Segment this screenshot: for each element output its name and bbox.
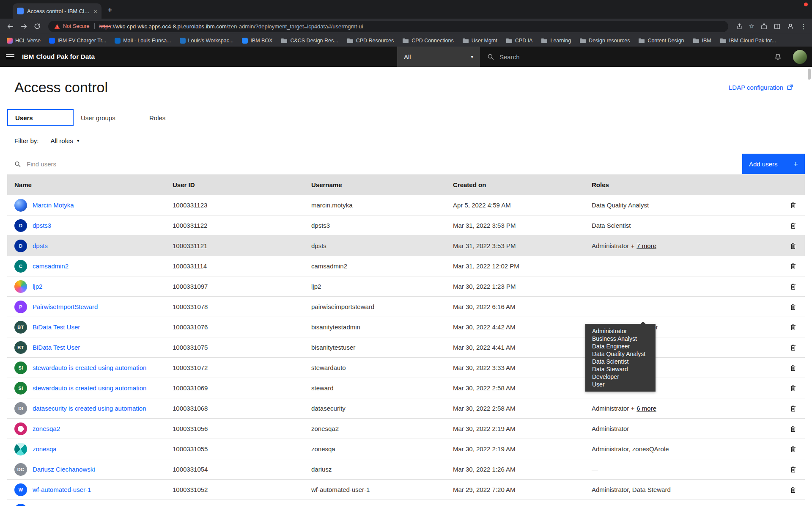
table-row[interactable]: ljp2 1000331097 ljp2 Mar 30, 2022 1:23 P… xyxy=(7,276,805,296)
table-row[interactable]: W wf-automated-user-1 1000331052 wf-auto… xyxy=(7,479,805,500)
user-name-link[interactable]: Marcin Motyka xyxy=(33,202,74,209)
bookmark-star-icon[interactable]: ☆ xyxy=(749,22,754,30)
roles-cell: Administrator, Data Steward xyxy=(585,486,781,493)
tab-users[interactable]: Users xyxy=(7,109,74,126)
tab-close-icon[interactable]: × xyxy=(93,8,97,14)
delete-user-button[interactable] xyxy=(786,341,800,354)
bookmark-item[interactable]: IBM EV Charger Tr... xyxy=(49,38,106,44)
browser-menu-icon[interactable]: ⋮ xyxy=(800,22,807,30)
bookmark-item[interactable]: CPD Connections xyxy=(402,38,453,44)
roles-more-link[interactable]: 6 more xyxy=(636,405,656,412)
user-name-link[interactable]: stewardauto is created using automation xyxy=(33,384,146,392)
app-brand[interactable]: IBMCloud Pak for Data xyxy=(22,53,95,61)
hamburger-menu-icon[interactable] xyxy=(0,47,20,67)
roles-filter-dropdown[interactable]: All roles ▾ xyxy=(51,137,80,144)
user-name-link[interactable]: stewardauto is created using automation xyxy=(33,364,146,371)
created-on-cell: Mar 30, 2022 3:33 AM xyxy=(446,364,585,371)
delete-user-button[interactable] xyxy=(786,280,800,293)
bookmarks-bar: HCL Verse IBM EV Charger Tr... Mail - Lo… xyxy=(0,34,812,47)
delete-user-button[interactable] xyxy=(786,402,800,415)
side-panel-icon[interactable] xyxy=(774,23,781,30)
delete-user-button[interactable] xyxy=(786,463,800,476)
extensions-puzzle-icon[interactable] xyxy=(760,23,768,30)
user-name-link[interactable]: Dariusz Ciechanowski xyxy=(33,466,95,473)
bookmark-item[interactable]: CPD IA xyxy=(506,38,533,44)
bookmark-item[interactable]: IBM Cloud Pak for... xyxy=(720,38,776,44)
table-row[interactable]: DC Dariusz Ciechanowski 1000331054 dariu… xyxy=(7,459,805,479)
reload-icon[interactable] xyxy=(32,21,42,31)
delete-user-button[interactable] xyxy=(786,361,800,375)
table-row[interactable]: zonesqa 1000331055 zonesqa Mar 30, 2022 … xyxy=(7,439,805,459)
bookmark-item[interactable]: C&CS Design Res... xyxy=(281,38,338,44)
user-name-link[interactable]: PairwiseImportSteward xyxy=(33,303,98,310)
new-tab-icon[interactable]: + xyxy=(107,6,112,15)
bookmark-item[interactable]: Design resources xyxy=(579,38,630,44)
profile-icon[interactable] xyxy=(787,22,794,30)
user-name-link[interactable]: datasecurity is created using automation xyxy=(33,405,146,412)
roles-text: Administrator + xyxy=(592,405,634,412)
user-name-link[interactable]: dpsts3 xyxy=(33,222,51,229)
scope-dropdown[interactable]: All ▾ xyxy=(397,47,480,67)
user-name-link[interactable]: BiData Test User xyxy=(33,323,80,331)
bookmark-item[interactable]: IBM xyxy=(693,38,711,44)
bookmark-item[interactable]: CPD Resources xyxy=(347,38,394,44)
delete-user-button[interactable] xyxy=(786,320,800,334)
roles-more-link[interactable]: 7 more xyxy=(636,242,656,249)
user-avatar[interactable] xyxy=(793,50,807,64)
table-row[interactable]: SI stewardauto is created using automati… xyxy=(7,357,805,378)
user-name-link[interactable]: camsadmin2 xyxy=(33,262,69,270)
browser-tab[interactable]: Access control - IBM Cloud Pak × xyxy=(13,3,102,19)
user-name-link[interactable]: wf-automated-user-1 xyxy=(33,486,91,493)
bookmark-item[interactable]: Content Design xyxy=(638,38,684,44)
table-row[interactable]: BT BiData Test User 1000331075 bisanityt… xyxy=(7,337,805,357)
table-row[interactable]: BT BiData Test User 1000331076 bisanityt… xyxy=(7,317,805,337)
tab-roles[interactable]: Roles xyxy=(142,109,211,126)
user-name-link[interactable]: ljp2 xyxy=(33,283,42,290)
table-row[interactable]: SI stewardauto is created using automati… xyxy=(7,378,805,398)
bookmark-item[interactable]: Mail - Louis Eunsa... xyxy=(115,38,171,44)
share-icon[interactable] xyxy=(736,23,743,30)
table-row[interactable]: P PairwiseImportSteward 1000331078 pairw… xyxy=(7,296,805,317)
table-row[interactable]: Marcin Motyka 1000331123 marcin.motyka A… xyxy=(7,195,805,215)
tab-user-groups[interactable]: User groups xyxy=(74,109,142,126)
user-name-link[interactable]: dpsts xyxy=(33,242,48,249)
tab-title: Access control - IBM Cloud Pak xyxy=(27,8,90,14)
table-row[interactable]: zonesqa2 1000331056 zonesqa2 Mar 30, 202… xyxy=(7,418,805,439)
delete-user-button[interactable] xyxy=(786,381,800,395)
find-users-input[interactable] xyxy=(27,160,735,168)
table-row[interactable]: DI datasecurity is created using automat… xyxy=(7,398,805,418)
bookmark-item[interactable]: User Mgmt xyxy=(462,38,497,44)
table-row[interactable]: C camsadmin2 1000331114 camsadmin2 Mar 3… xyxy=(7,256,805,276)
table-row[interactable]: D dpsts3 1000331122 dpsts3 Mar 31, 2022 … xyxy=(7,215,805,235)
page-scrollbar[interactable] xyxy=(808,69,811,80)
delete-user-button[interactable] xyxy=(786,219,800,232)
user-name-link[interactable]: zonesqa2 xyxy=(33,425,60,432)
delete-user-button[interactable] xyxy=(786,260,800,273)
delete-user-button[interactable] xyxy=(786,300,800,314)
notifications-bell-icon[interactable] xyxy=(768,47,788,67)
delete-user-button[interactable] xyxy=(786,483,800,497)
delete-user-button[interactable] xyxy=(786,199,800,212)
delete-user-button[interactable] xyxy=(786,239,800,253)
forward-icon[interactable] xyxy=(19,21,29,31)
user-name-link[interactable]: zonesqa xyxy=(33,445,57,453)
folder-icon xyxy=(579,38,586,44)
delete-user-button[interactable] xyxy=(786,442,800,456)
delete-user-button[interactable] xyxy=(786,422,800,436)
bookmark-item[interactable]: IBM BOX xyxy=(242,38,272,44)
roles-text: Administrator + xyxy=(592,242,634,249)
created-on-cell: Mar 30, 2022 2:58 AM xyxy=(446,384,585,392)
address-bar[interactable]: Not Secure https://wkc-cpd-wkc.apps.oc4-… xyxy=(48,21,728,32)
user-name-link[interactable]: BiData Test User xyxy=(33,344,80,351)
global-search-input[interactable] xyxy=(499,53,761,61)
bookmark-item[interactable]: Learning xyxy=(541,38,571,44)
add-users-button[interactable]: Add users + xyxy=(742,154,805,174)
bookmark-favicon-icon xyxy=(49,38,55,44)
actions-cell xyxy=(781,280,805,293)
username-cell: zonesqa2 xyxy=(304,425,446,432)
back-icon[interactable] xyxy=(5,21,15,31)
table-row[interactable]: D dpsts 1000331121 dpsts Mar 31, 2022 3:… xyxy=(7,235,805,256)
ldap-configuration-link[interactable]: LDAP configuration xyxy=(729,84,793,91)
bookmark-item[interactable]: HCL Verse xyxy=(7,38,41,44)
bookmark-item[interactable]: Louis's Workspac... xyxy=(180,38,234,44)
